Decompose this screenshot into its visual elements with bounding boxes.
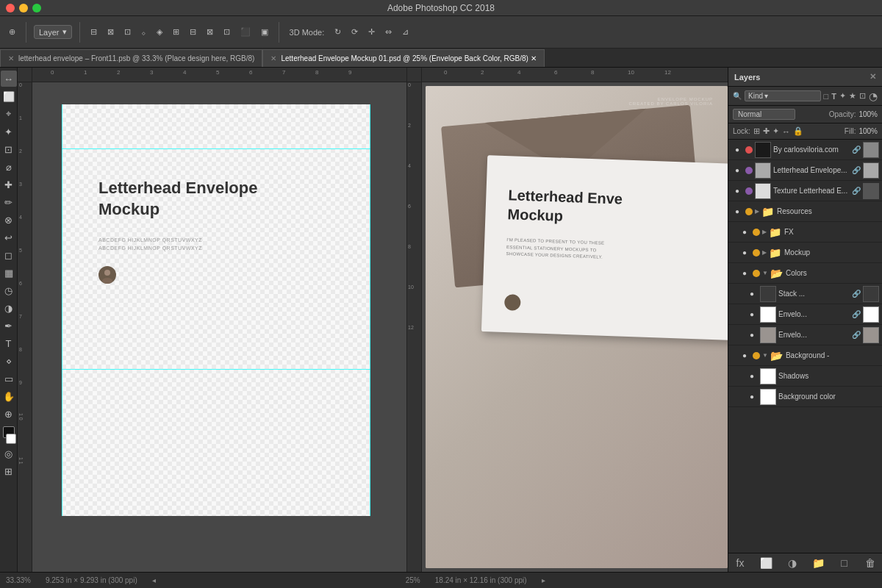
hand-btn[interactable]: ✋ bbox=[1, 388, 17, 404]
visibility-eye-icon[interactable]: ● bbox=[731, 206, 743, 218]
move-tool[interactable]: ⊕ bbox=[6, 26, 18, 38]
layer-group-background[interactable]: ● ▼ 📂 Background - bbox=[728, 345, 882, 366]
layer-group-mockup[interactable]: ● ▶ 📁 Mockup bbox=[728, 243, 882, 263]
right-zoom[interactable]: 25% bbox=[406, 576, 420, 584]
align-tool-4[interactable]: ⬦ bbox=[138, 26, 149, 38]
align-tool-9[interactable]: ⊡ bbox=[220, 26, 233, 38]
filter-kind-dropdown[interactable]: Kind ▾ bbox=[745, 90, 821, 101]
lasso-tool-btn[interactable]: ⌖ bbox=[1, 106, 17, 122]
quick-mask-btn[interactable]: ◎ bbox=[1, 445, 17, 462]
visibility-eye-icon[interactable]: ● bbox=[739, 247, 750, 259]
eyedropper-btn[interactable]: ⌀ bbox=[1, 159, 17, 175]
lock-transparent-icon[interactable]: ⊞ bbox=[753, 126, 760, 136]
brush-tool-btn[interactable]: ✏ bbox=[1, 194, 17, 210]
visibility-eye-icon[interactable]: ● bbox=[746, 309, 758, 320]
layers-close-icon[interactable]: ✕ bbox=[870, 72, 876, 82]
visibility-eye-icon[interactable]: ● bbox=[739, 226, 750, 238]
marquee-tool-btn[interactable]: ⬜ bbox=[1, 88, 17, 104]
filter-type-icon[interactable]: T bbox=[831, 92, 836, 101]
new-group-button[interactable]: 📁 bbox=[811, 556, 825, 570]
lock-all-icon[interactable]: 🔒 bbox=[793, 126, 803, 136]
blend-mode-dropdown[interactable]: Normal bbox=[733, 109, 795, 120]
layer-by-carlos[interactable]: ● By carlosviloria.com 🔗 bbox=[728, 140, 882, 160]
layer-group-resources[interactable]: ● ▶ 📁 Resources bbox=[728, 201, 882, 222]
layer-envelo1[interactable]: ● Envelo... 🔗 bbox=[728, 304, 882, 325]
navigate-prev-icon[interactable]: ◂ bbox=[152, 576, 156, 584]
tab-mockup01-close-icon[interactable]: ✕ bbox=[270, 54, 276, 62]
filter-toggle-icon[interactable]: ◔ bbox=[869, 90, 878, 102]
slide-3d-icon[interactable]: ⇔ bbox=[382, 26, 395, 38]
layer-background-color[interactable]: ● Background color bbox=[728, 387, 882, 407]
left-zoom[interactable]: 33.33% bbox=[6, 576, 31, 584]
filter-shape-icon[interactable]: ✦ bbox=[839, 91, 846, 101]
align-tool-1[interactable]: ⊟ bbox=[87, 26, 100, 38]
left-canvas[interactable]: 0 1 2 3 4 5 6 7 8 9 0 1 2 3 4 5 6 7 bbox=[18, 68, 407, 572]
delete-layer-button[interactable]: 🗑 bbox=[863, 556, 878, 570]
screen-mode-btn[interactable]: ⊞ bbox=[1, 463, 17, 479]
background-color-swatch[interactable] bbox=[6, 434, 16, 444]
layer-envelo2[interactable]: ● Envelo... 🔗 bbox=[728, 325, 882, 345]
filter-pixel-icon[interactable]: □ bbox=[824, 92, 829, 101]
tab-mockup01[interactable]: ✕ Letterhead Envelope Mockup 01.psd @ 25… bbox=[262, 49, 544, 67]
pan-3d-icon[interactable]: ✛ bbox=[365, 26, 378, 38]
maximize-button[interactable] bbox=[32, 4, 41, 12]
group-expand-arrow-icon[interactable]: ▶ bbox=[762, 249, 767, 256]
zoom-btn[interactable]: ⊕ bbox=[1, 406, 17, 422]
visibility-eye-icon[interactable]: ● bbox=[746, 288, 758, 300]
magic-wand-btn[interactable]: ✦ bbox=[1, 123, 17, 140]
visibility-eye-icon[interactable]: ● bbox=[731, 185, 743, 197]
layer-dropdown[interactable]: Layer ▾ bbox=[34, 25, 72, 39]
lock-artboard-icon[interactable]: ✦ bbox=[772, 126, 779, 136]
align-tool-6[interactable]: ⊞ bbox=[170, 26, 182, 38]
align-tool-5[interactable]: ◈ bbox=[154, 26, 165, 38]
layer-letterhead-env[interactable]: ● Letterhead Envelope... 🔗 bbox=[728, 160, 882, 181]
lock-image-icon[interactable]: ✚ bbox=[763, 126, 770, 136]
align-tool-10[interactable]: ⬛ bbox=[237, 26, 254, 38]
add-mask-button[interactable]: ⬜ bbox=[759, 556, 773, 570]
layer-texture[interactable]: ● Texture Letterhead E... 🔗 bbox=[728, 181, 882, 201]
align-tool-2[interactable]: ⊠ bbox=[104, 26, 117, 38]
visibility-eye-icon[interactable]: ● bbox=[746, 329, 758, 341]
close-button[interactable] bbox=[6, 4, 15, 12]
fill-value[interactable]: 100% bbox=[858, 127, 878, 135]
layer-group-fx[interactable]: ● ▶ 📁 FX bbox=[728, 222, 882, 243]
group-expand-arrow-icon[interactable]: ▼ bbox=[762, 352, 768, 359]
gradient-btn[interactable]: ▦ bbox=[1, 265, 17, 281]
roll-3d-icon[interactable]: ⟳ bbox=[348, 26, 361, 38]
navigate-next-icon[interactable]: ▸ bbox=[542, 576, 545, 584]
lock-position-icon[interactable]: ↔ bbox=[782, 127, 790, 136]
blur-btn[interactable]: ◷ bbox=[1, 282, 17, 298]
visibility-eye-icon[interactable]: ● bbox=[731, 165, 743, 176]
new-layer-button[interactable]: □ bbox=[837, 556, 852, 570]
visibility-eye-icon[interactable]: ● bbox=[739, 268, 750, 279]
eraser-btn[interactable]: ◻ bbox=[1, 247, 17, 263]
shape-btn[interactable]: ▭ bbox=[1, 370, 17, 387]
crop-tool-btn[interactable]: ⊡ bbox=[1, 141, 17, 157]
visibility-eye-icon[interactable]: ● bbox=[731, 144, 743, 156]
visibility-eye-icon[interactable]: ● bbox=[739, 350, 750, 362]
clone-stamp-btn[interactable]: ⊗ bbox=[1, 212, 17, 228]
right-canvas[interactable]: 0 2 4 6 8 10 12 0 2 4 6 8 10 12 bbox=[407, 68, 728, 572]
align-tool-7[interactable]: ⊟ bbox=[187, 26, 199, 38]
layer-stack[interactable]: ● Stack ... 🔗 bbox=[728, 284, 882, 304]
group-expand-arrow-icon[interactable]: ▶ bbox=[755, 208, 759, 215]
group-expand-arrow-icon[interactable]: ▼ bbox=[762, 270, 768, 276]
opacity-value[interactable]: 100% bbox=[858, 110, 878, 118]
tab-front11[interactable]: ✕ letterhead envelope – Front11.psb @ 33… bbox=[0, 49, 262, 67]
visibility-eye-icon[interactable]: ● bbox=[746, 370, 758, 382]
move-tool-btn[interactable]: ↔ bbox=[1, 71, 17, 87]
scale-3d-icon[interactable]: ⊿ bbox=[399, 26, 412, 38]
path-select-btn[interactable]: ⋄ bbox=[1, 353, 17, 369]
dodge-btn[interactable]: ◑ bbox=[1, 300, 17, 316]
minimize-button[interactable] bbox=[19, 4, 28, 12]
layer-fx-button[interactable]: fx bbox=[733, 556, 747, 570]
layer-group-colors[interactable]: ● ▼ 📂 Colors bbox=[728, 263, 882, 284]
align-tool-8[interactable]: ⊠ bbox=[204, 26, 216, 38]
group-expand-arrow-icon[interactable]: ▶ bbox=[762, 229, 767, 235]
filter-effect-icon[interactable]: ⊡ bbox=[859, 91, 866, 101]
history-brush-btn[interactable]: ↩ bbox=[1, 229, 17, 245]
adjustment-layer-button[interactable]: ◑ bbox=[785, 556, 800, 570]
layer-shadows[interactable]: ● Shadows bbox=[728, 366, 882, 387]
pen-btn[interactable]: ✒ bbox=[1, 318, 17, 334]
rotate-3d-icon[interactable]: ↻ bbox=[331, 26, 344, 38]
